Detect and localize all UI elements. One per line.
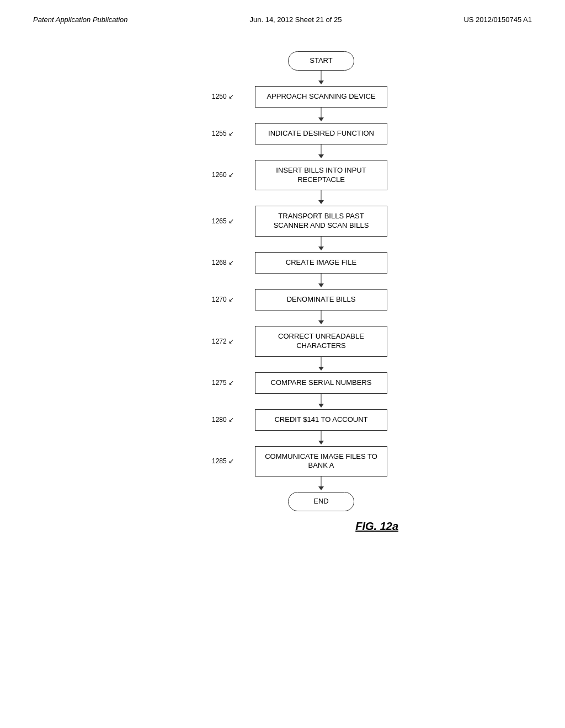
- arrow-10: [255, 477, 387, 492]
- label-1268: 1268 ↙: [194, 259, 238, 266]
- box-col-1260: INSERT BILLS INTO INPUT RECEPTACLE: [238, 160, 404, 191]
- header-publication-label: Patent Application Publication: [33, 15, 128, 24]
- box-col-1272: CORRECT UNREADABLE CHARACTERS: [238, 326, 404, 357]
- node-1272: CORRECT UNREADABLE CHARACTERS: [255, 326, 387, 357]
- flowchart: START 1250 ↙ APPROACH SCANNING DEVICE 12…: [194, 51, 404, 511]
- node-1280: CREDIT $141 TO ACCOUNT: [255, 409, 387, 431]
- node-1265: TRANSPORT BILLS PAST SCANNER AND SCAN BI…: [255, 206, 387, 237]
- arrow-2: [255, 144, 387, 160]
- node-1275: COMPARE SERIAL NUMBERS: [255, 372, 387, 394]
- label-1255: 1255 ↙: [194, 130, 238, 137]
- box-col-1270: DENOMINATE BILLS: [238, 289, 404, 311]
- node-1275-row: 1275 ↙ COMPARE SERIAL NUMBERS: [194, 372, 404, 394]
- label-1275: 1275 ↙: [194, 379, 238, 387]
- arrow-0: [255, 71, 387, 86]
- start-box-col: START: [238, 51, 404, 71]
- node-1285-row: 1285 ↙ COMMUNICATE IMAGE FILES TO BANK A: [194, 446, 404, 477]
- node-1285: COMMUNICATE IMAGE FILES TO BANK A: [255, 446, 387, 477]
- node-1260-row: 1260 ↙ INSERT BILLS INTO INPUT RECEPTACL…: [194, 160, 404, 191]
- node-1255: INDICATE DESIRED FUNCTION: [255, 123, 387, 144]
- box-col-1265: TRANSPORT BILLS PAST SCANNER AND SCAN BI…: [238, 206, 404, 237]
- box-col-1250: APPROACH SCANNING DEVICE: [238, 86, 404, 108]
- label-1270: 1270 ↙: [194, 296, 238, 303]
- box-col-1255: INDICATE DESIRED FUNCTION: [238, 123, 404, 144]
- box-col-1268: CREATE IMAGE FILE: [238, 252, 404, 274]
- label-1265: 1265 ↙: [194, 217, 238, 225]
- label-1260: 1260 ↙: [194, 171, 238, 179]
- box-col-1280: CREDIT $141 TO ACCOUNT: [238, 409, 404, 431]
- label-1250: 1250 ↙: [194, 93, 238, 100]
- label-1272: 1272 ↙: [194, 338, 238, 345]
- node-1250-row: 1250 ↙ APPROACH SCANNING DEVICE: [194, 86, 404, 108]
- label-1280: 1280 ↙: [194, 416, 238, 424]
- end-node: END: [288, 492, 354, 511]
- node-1280-row: 1280 ↙ CREDIT $141 TO ACCOUNT: [194, 409, 404, 431]
- start-node: START: [288, 51, 354, 71]
- node-1265-row: 1265 ↙ TRANSPORT BILLS PAST SCANNER AND …: [194, 206, 404, 237]
- node-1268-row: 1268 ↙ CREATE IMAGE FILE: [194, 252, 404, 274]
- arrow-8: [255, 394, 387, 409]
- arrow-3: [255, 190, 387, 206]
- arrow-7: [255, 357, 387, 372]
- header-date-sheet: Jun. 14, 2012 Sheet 21 of 25: [249, 15, 342, 24]
- node-1270: DENOMINATE BILLS: [255, 289, 387, 311]
- node-1268: CREATE IMAGE FILE: [255, 252, 387, 274]
- start-row: START: [194, 51, 404, 71]
- label-1285: 1285 ↙: [194, 457, 238, 465]
- figure-label: FIG. 12a: [355, 520, 398, 533]
- node-1255-row: 1255 ↙ INDICATE DESIRED FUNCTION: [194, 123, 404, 144]
- node-1272-row: 1272 ↙ CORRECT UNREADABLE CHARACTERS: [194, 326, 404, 357]
- arrow-5: [255, 274, 387, 289]
- box-col-1275: COMPARE SERIAL NUMBERS: [238, 372, 404, 394]
- node-1260: INSERT BILLS INTO INPUT RECEPTACLE: [255, 160, 387, 191]
- end-box-col: END: [238, 492, 404, 511]
- arrow-9: [255, 431, 387, 446]
- box-col-1285: COMMUNICATE IMAGE FILES TO BANK A: [238, 446, 404, 477]
- arrow-1: [255, 108, 387, 123]
- node-1250: APPROACH SCANNING DEVICE: [255, 86, 387, 108]
- arrow-4: [255, 237, 387, 252]
- header-patent-number: US 2012/0150745 A1: [463, 15, 532, 24]
- end-row: END: [194, 492, 404, 511]
- node-1270-row: 1270 ↙ DENOMINATE BILLS: [194, 289, 404, 311]
- page-header: Patent Application Publication Jun. 14, …: [0, 0, 565, 29]
- diagram-container: START 1250 ↙ APPROACH SCANNING DEVICE 12…: [0, 29, 565, 544]
- arrow-6: [255, 311, 387, 326]
